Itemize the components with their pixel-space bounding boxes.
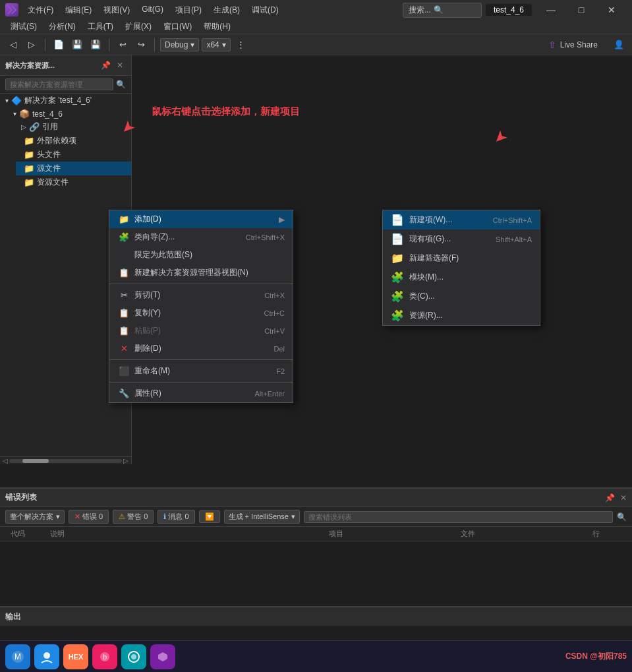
window-controls: — □ ✕ [536, 0, 627, 20]
cut-icon: ✂ [117, 290, 130, 300]
close-sidebar-button[interactable]: ✕ [114, 59, 126, 71]
warnings-badge[interactable]: ⚠ 警告 0 [113, 510, 154, 524]
minimize-button[interactable]: — [536, 0, 566, 20]
filter-icon: 🔽 [205, 512, 214, 521]
context-menu-paste[interactable]: 📋 粘贴(P) Ctrl+V [109, 322, 293, 340]
context-menu-cut[interactable]: ✂ 剪切(T) Ctrl+X [109, 286, 293, 304]
context-menu-add[interactable]: 📁 添加(D) ▶ [109, 210, 293, 228]
output-title: 输出 [5, 611, 21, 623]
debug-config-dropdown[interactable]: Debug ▾ [160, 38, 199, 51]
menu-edit[interactable]: 编辑(E) [60, 3, 97, 17]
svg-text:b: b [103, 653, 107, 661]
submenu-class[interactable]: 🧩 类(C)... [383, 287, 540, 306]
menu-git[interactable]: Git(G) [136, 3, 169, 17]
resource-files-node[interactable]: 📁 资源文件 [16, 175, 131, 189]
submenu-new-item[interactable]: 📄 新建项(W)... Ctrl+Shift+A [383, 210, 540, 229]
sidebar-scrollbar[interactable]: ◁ ▷ [0, 456, 131, 464]
add-icon: 📁 [117, 214, 130, 224]
class-icon: 🧩 [391, 290, 405, 303]
taskbar: M HEX b CSDN @初阳785 [0, 640, 632, 672]
scroll-thumb [22, 459, 49, 463]
source-files-node[interactable]: 📁 源文件 [16, 162, 131, 175]
build-filter-badge[interactable]: 🔽 [199, 510, 220, 523]
scope-dropdown[interactable]: 整个解决方案 ▾ [5, 510, 65, 524]
svg-point-2 [43, 652, 50, 659]
menu-build[interactable]: 生成(B) [208, 3, 245, 17]
error-search-input[interactable] [304, 511, 613, 523]
context-menu-copy[interactable]: 📋 复制(Y) Ctrl+C [109, 304, 293, 322]
new-item-icon: 📄 [391, 214, 405, 226]
menu-analysis[interactable]: 分析(N) [43, 20, 81, 34]
context-menu-rename[interactable]: ⬛ 重命名(M) F2 [109, 362, 293, 380]
close-button[interactable]: ✕ [596, 0, 627, 20]
context-menu-delete[interactable]: ✕ 删除(D) Del [109, 340, 293, 357]
module-icon: 🧩 [391, 271, 405, 284]
context-menu-new-explorer-view[interactable]: 📋 新建解决方案资源管理器视图(N) [109, 264, 293, 282]
sidebar-title: 解决方案资源... [5, 61, 55, 71]
close-error-button[interactable]: ✕ [620, 493, 627, 503]
header-files-node[interactable]: 📁 头文件 [16, 148, 131, 162]
external-deps-node[interactable]: 📁 外部依赖项 [16, 134, 131, 148]
col-header-line: 行 [587, 529, 627, 539]
context-menu-scope[interactable]: 限定为此范围(S) [109, 246, 293, 264]
pin-button[interactable]: 📌 [100, 59, 111, 71]
build-filter-dropdown[interactable]: 生成 + IntelliSense ▾ [224, 510, 300, 524]
solution-label: 解决方案 'test_4_6' [24, 95, 92, 106]
menu-debug[interactable]: 调试(D) [246, 3, 284, 17]
error-search-icon: 🔍 [617, 512, 627, 522]
taskbar-csdn-label: CSDN @初阳785 [565, 651, 627, 662]
source-files-icon: 📁 [24, 164, 34, 173]
more-button[interactable]: ⋮ [233, 37, 249, 53]
rename-icon: ⬛ [117, 366, 130, 376]
scope-dropdown-arrow: ▾ [56, 512, 60, 521]
col-header-file: 文件 [455, 529, 587, 539]
project-expand-icon: ▾ [13, 110, 16, 117]
context-menu-class-wizard[interactable]: 🧩 类向导(Z)... Ctrl+Shift+X [109, 228, 293, 246]
submenu-resource[interactable]: 🧩 资源(R)... [383, 306, 540, 325]
new-file-button[interactable]: 📄 [51, 37, 67, 53]
taskbar-icon-1[interactable] [34, 644, 59, 669]
redo-button[interactable]: ↪ [133, 37, 149, 53]
col-header-code: 代码 [5, 529, 45, 539]
menu-view[interactable]: 视图(V) [98, 3, 135, 17]
solution-node[interactable]: ▾ 🔷 解决方案 'test_4_6' [0, 94, 131, 107]
solution-icon: 🔷 [11, 96, 22, 106]
taskbar-icon-5[interactable] [150, 644, 175, 669]
taskbar-icon-0[interactable]: M [5, 644, 30, 669]
forward-button[interactable]: ▷ [24, 37, 40, 53]
menu-help[interactable]: 帮助(H) [198, 20, 236, 34]
submenu-new-filter[interactable]: 📁 新建筛选器(F) [383, 249, 540, 268]
search-box[interactable]: 搜索... 🔍 [403, 3, 482, 18]
project-icon: 📦 [19, 109, 30, 119]
taskbar-icon-3[interactable]: b [92, 644, 117, 669]
submenu-existing-item[interactable]: 📄 现有项(G)... Shift+Alt+A [383, 229, 540, 249]
pin-error-button[interactable]: 📌 [605, 493, 615, 503]
menu-extensions[interactable]: 扩展(X) [120, 20, 157, 34]
profile-button[interactable]: 👤 [611, 37, 627, 53]
menu-project[interactable]: 项目(P) [170, 3, 207, 17]
taskbar-icon-2[interactable]: HEX [63, 644, 88, 669]
menu-test[interactable]: 测试(S) [5, 20, 42, 34]
taskbar-icon-4[interactable] [121, 644, 146, 669]
sidebar-header: 解决方案资源... 📌 ✕ [0, 55, 131, 76]
menu-tools[interactable]: 工具(T) [82, 20, 119, 34]
platform-dropdown[interactable]: x64 ▾ [202, 38, 230, 51]
back-button[interactable]: ◁ [5, 37, 21, 53]
context-menu-sep-3 [109, 382, 293, 382]
menu-file[interactable]: 文件(F) [22, 3, 59, 17]
save-button[interactable]: 💾 [69, 37, 85, 53]
save-all-button[interactable]: 💾 [88, 37, 103, 53]
class-wizard-icon: 🧩 [117, 232, 130, 242]
submenu-module[interactable]: 🧩 模块(M)... [383, 268, 540, 287]
errors-badge[interactable]: ✕ 错误 0 [69, 510, 109, 524]
context-menu-properties[interactable]: 🔧 属性(R) Alt+Enter [109, 384, 293, 402]
solution-search-input[interactable] [5, 78, 113, 90]
messages-badge[interactable]: ℹ 消息 0 [158, 510, 194, 524]
toolbar: ◁ ▷ 📄 💾 💾 ↩ ↪ Debug ▾ x64 ▾ ⋮ ⇧ Live Sha… [0, 34, 632, 55]
project-node[interactable]: ▾ 📦 test_4_6 [8, 107, 131, 120]
maximize-button[interactable]: □ [566, 0, 596, 20]
menu-window[interactable]: 窗口(W) [158, 20, 197, 34]
live-share-button[interactable]: ⇧ Live Share [543, 38, 603, 51]
undo-button[interactable]: ↩ [115, 37, 130, 53]
references-node[interactable]: ▷ 🔗 引用 [16, 120, 131, 134]
